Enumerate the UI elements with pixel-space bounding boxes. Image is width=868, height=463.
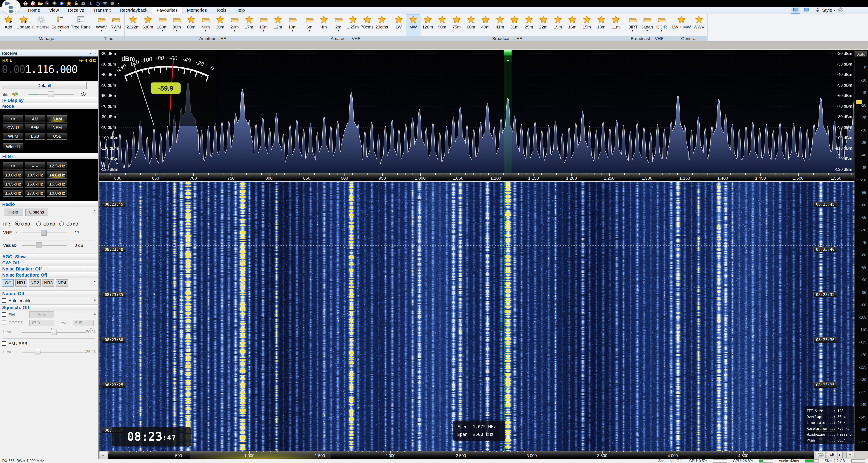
panel-close-icon[interactable]: × — [94, 50, 96, 56]
section-squelch[interactable]: Squelch: Off▴ — [0, 304, 98, 310]
tab-receive[interactable]: Receive — [63, 7, 89, 13]
tab-rec-playback[interactable]: Rec/Playback — [115, 7, 152, 13]
tune-icon[interactable] — [88, 0, 94, 6]
ribbon-item-10m[interactable]: 10m▾ — [285, 14, 300, 36]
section-noise-blanker[interactable]: Noise Blanker: Off▾ — [0, 266, 98, 272]
visual-right-arrow[interactable]: › — [68, 243, 70, 247]
section-caret-icon[interactable]: ▴ — [94, 278, 96, 284]
chevron-down-icon[interactable]: ▾ — [292, 29, 293, 33]
app-logo[interactable] — [1, 0, 21, 14]
chevron-down-icon[interactable]: ▾ — [176, 29, 178, 33]
ribbon-item-16m[interactable]: 16m — [565, 14, 580, 36]
ribbon-item-lw[interactable]: LW — [392, 14, 406, 36]
section-caret-icon[interactable]: ▴ — [94, 296, 96, 302]
zoom-button[interactable]: x5 — [827, 451, 837, 458]
ribbon-item-25m[interactable]: 25m — [522, 14, 536, 36]
section-cw[interactable]: CW: Off▾ — [0, 260, 98, 266]
monitor-secondary-icon[interactable] — [802, 7, 811, 13]
section-notch[interactable]: Notch: Off▴ — [0, 290, 98, 296]
open-folder-icon[interactable] — [37, 0, 43, 6]
undo-icon[interactable] — [95, 0, 101, 6]
home-icon[interactable] — [23, 0, 29, 6]
ribbon-item-japan[interactable]: Japan▾ — [640, 14, 654, 36]
nav-view-highlight[interactable] — [190, 451, 331, 459]
chevron-down-icon[interactable]: ▾ — [101, 29, 102, 33]
ctcss-checkbox[interactable] — [2, 321, 6, 325]
ribbon-item-2222m[interactable]: 2222m — [126, 14, 141, 36]
filter-button-4-5khz[interactable]: ±4.5kHz — [3, 180, 23, 188]
visual-thumb[interactable] — [36, 242, 42, 248]
hf-radio-10-db[interactable] — [36, 222, 41, 226]
tab-home[interactable]: Home — [24, 7, 44, 13]
hf-radio-20-db[interactable] — [59, 222, 64, 226]
filter-button-5-0khz[interactable]: ±5.0kHz — [25, 180, 45, 188]
ribbon-item-20m[interactable]: 20m▾ — [227, 14, 242, 36]
ribbon-item-70cms[interactable]: 70cms — [360, 14, 375, 36]
section-agc[interactable]: AGC: Slow▾ — [0, 254, 98, 260]
vhf-left-arrow[interactable]: ‹ — [16, 230, 17, 235]
profile-select[interactable]: Default▾ — [2, 82, 87, 89]
monitor-primary-icon[interactable] — [791, 7, 800, 13]
row-spacing-icon[interactable] — [815, 7, 820, 13]
snapshot-icon[interactable] — [81, 0, 86, 6]
nr-button-nr1[interactable]: NR1 — [16, 279, 27, 287]
tab-view[interactable]: View — [44, 7, 63, 13]
chevron-down-icon[interactable]: ▾ — [309, 29, 310, 33]
ribbon-item-160m[interactable]: 160m▾ — [155, 14, 169, 36]
tab-memories[interactable]: Memories — [182, 7, 211, 13]
mode-button-wide-u[interactable]: Wide-U — [3, 143, 23, 150]
hf-radio-0-db[interactable] — [15, 222, 20, 226]
nav-scroll-right-button[interactable]: » — [846, 451, 855, 458]
nr-button-nr3[interactable]: NR3 — [42, 279, 54, 287]
tab-help[interactable]: Help — [231, 7, 249, 13]
ribbon-item-update[interactable]: Update — [16, 14, 31, 36]
ribbon-item-120m[interactable]: 120m — [421, 14, 435, 36]
ribbon-item-wwv[interactable]: WWV▾ — [94, 14, 109, 36]
mode-button-wfm[interactable]: WFM — [3, 133, 23, 140]
options-button[interactable]: Options — [25, 208, 48, 216]
ribbon-item-13m[interactable]: 13m — [594, 14, 609, 36]
section-filter[interactable]: Filter▴ — [0, 153, 98, 159]
fm-level-thumb[interactable] — [51, 329, 57, 335]
style-caret-icon[interactable]: ▾ — [834, 9, 835, 12]
section-noise-reduction[interactable]: Noise Reduction: Off▴ — [0, 272, 98, 278]
am-level-thumb[interactable] — [35, 349, 40, 355]
ribbon-item-49m[interactable]: 49m — [478, 14, 493, 36]
mode-button-lsb[interactable]: LSB — [25, 133, 45, 140]
section-if-display[interactable]: IF Display▾ — [0, 97, 98, 103]
lock-icon[interactable] — [73, 0, 79, 6]
filter-button-3-5khz[interactable]: ±3.5kHz — [25, 171, 45, 178]
chevron-down-icon[interactable]: ▾ — [647, 29, 648, 33]
help-icon[interactable] — [30, 0, 36, 6]
ribbon-item-4m[interactable]: 4m — [317, 14, 331, 36]
tab-tools[interactable]: Tools — [211, 7, 231, 13]
nav-scroll-left-button[interactable]: « — [99, 451, 107, 458]
style-label[interactable]: Style — [822, 8, 832, 13]
mode-button-am[interactable]: AM — [25, 115, 45, 123]
mode-button-usb[interactable]: USB — [47, 133, 67, 140]
fm-checkbox[interactable] — [2, 312, 6, 317]
chevron-down-icon[interactable]: ▾ — [162, 29, 163, 33]
ribbon-item-6m[interactable]: 6m▾ — [302, 14, 317, 36]
ribbon-item-75m[interactable]: 75m — [450, 14, 464, 36]
am-level-track[interactable] — [22, 352, 86, 353]
favourite-icon[interactable] — [66, 0, 72, 6]
tab-favourites[interactable]: Favourites — [152, 7, 182, 13]
filter-button-more[interactable]: «|» — [25, 162, 45, 169]
ribbon-item-oirt[interactable]: OIRT▾ — [625, 14, 640, 36]
ribbon-item-2m[interactable]: 2m▾ — [331, 14, 346, 36]
ribbon-item-lw-mw[interactable]: LW + MW — [671, 14, 692, 36]
waterfall-display[interactable]: 08:23:4508:23:4508:23:4008:23:4008:23:35… — [99, 182, 855, 451]
chevron-down-icon[interactable]: ▾ — [115, 29, 117, 33]
add-icon[interactable] — [59, 0, 65, 6]
ribbon-item-22m[interactable]: 22m — [536, 14, 551, 36]
vhf-thumb[interactable] — [41, 230, 46, 236]
chevron-down-icon[interactable]: ▾ — [234, 29, 235, 33]
spectrum-frequency-scale[interactable]: 6006507007508008509009501.0001.0501.1001… — [99, 173, 855, 181]
spectrum-display[interactable]: dBm-140-120-100-80-60-40-200-59.9 -20 dB… — [99, 50, 855, 173]
ribbon-item-60m[interactable]: 60m — [464, 14, 478, 36]
filter-button-5-5khz[interactable]: ±5.5kHz — [47, 180, 67, 188]
stop-icon[interactable] — [52, 0, 57, 6]
chevron-down-icon[interactable]: ▾ — [59, 29, 61, 33]
receive-panel-header[interactable]: Receive▾× — [0, 50, 98, 57]
